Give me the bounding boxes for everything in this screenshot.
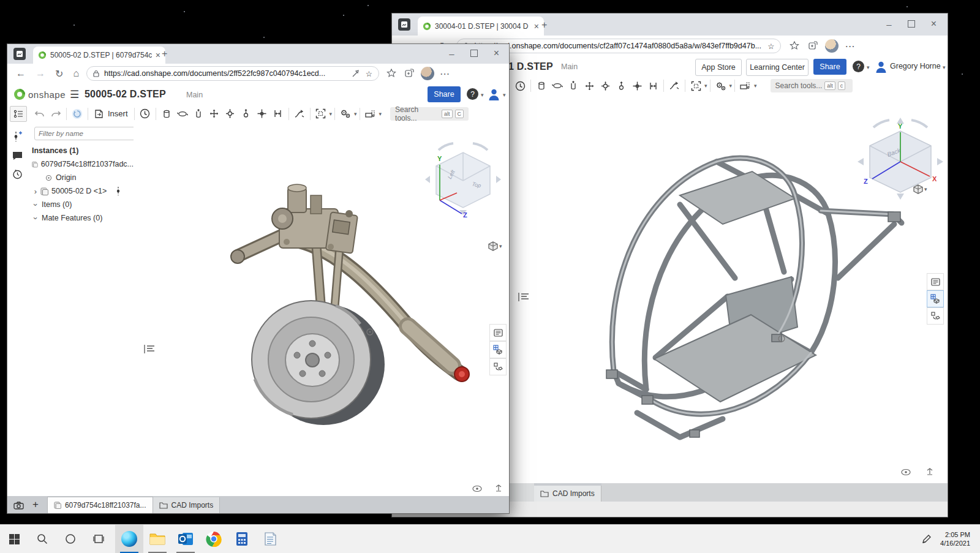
mate-relation-icon[interactable] (666, 78, 682, 93)
insert-icon[interactable] (91, 107, 107, 121)
view-cube[interactable]: Left Top Y Z (421, 139, 505, 219)
mate-slider-icon[interactable] (565, 78, 581, 93)
mate-cylindrical-icon[interactable] (159, 107, 175, 121)
refresh-icon[interactable]: ↻ (55, 68, 63, 80)
snapshot-caret-icon[interactable]: ▾ (704, 83, 707, 89)
filter-input[interactable] (34, 127, 138, 140)
gears-icon[interactable] (713, 78, 729, 93)
panel-flyout-handle[interactable] (143, 344, 156, 355)
mate-ball-icon[interactable] (222, 107, 238, 121)
help-caret-icon[interactable]: ▾ (867, 64, 870, 70)
history-icon[interactable] (137, 107, 153, 121)
maximize-button[interactable] (470, 50, 478, 57)
home-icon[interactable]: ⌂ (73, 68, 79, 79)
mate-fastened-icon[interactable] (254, 107, 270, 121)
tab-assembly[interactable]: 6079d754c18ff21037fa... (47, 497, 153, 513)
user-name[interactable]: Gregory Horne (890, 62, 941, 70)
outlook-icon[interactable] (172, 525, 200, 553)
tree-root-item[interactable]: 6079d754c18ff21037fadc... (27, 157, 134, 171)
browser-tab[interactable]: 50005-02 D.STEP | 6079d754c18 × (33, 47, 165, 64)
app-store-button[interactable]: App Store (695, 59, 742, 76)
tree-items-group[interactable]: › Items (0) (27, 198, 134, 211)
section-caret-icon[interactable]: ▾ (754, 83, 757, 89)
mate-ball-icon[interactable] (597, 78, 613, 93)
collections-icon[interactable] (808, 41, 818, 51)
units-indicator-icon[interactable] (925, 468, 934, 476)
comment-icon[interactable] (12, 151, 23, 160)
mate-planar-icon[interactable] (206, 107, 222, 121)
taskbar-clock[interactable]: 2:05 PM 4/16/2021 (935, 530, 975, 548)
feature-list-panel-icon[interactable] (927, 273, 944, 290)
bookmark-star-icon[interactable]: ☆ (366, 69, 372, 78)
calculator-icon[interactable] (228, 525, 256, 553)
start-button[interactable] (0, 525, 28, 553)
insert-label[interactable]: Insert (108, 109, 128, 118)
browser-workspaces-icon[interactable] (398, 18, 410, 31)
versions-history-icon[interactable] (12, 169, 23, 179)
address-field[interactable]: https://cad.onshape.com/documents/2ff522… (86, 66, 379, 81)
expand-chevron-icon[interactable]: › (32, 187, 39, 196)
user-avatar-icon[interactable] (488, 88, 500, 100)
new-tab-button[interactable]: + (162, 48, 167, 59)
browser-tab[interactable]: 30004-01 D.STEP | 30004 D × (418, 17, 544, 36)
view-cube-menu[interactable]: ▾ (913, 184, 927, 195)
history-icon[interactable] (512, 78, 528, 93)
mate-revolute-icon[interactable] (175, 107, 190, 121)
configurations-panel-icon[interactable] (927, 307, 944, 325)
browser-menu-icon[interactable]: ⋯ (845, 40, 854, 52)
graphics-area[interactable]: Left Top Y Z ▾ (134, 122, 509, 496)
maximize-button[interactable] (908, 20, 915, 28)
appearance-indicator-icon[interactable] (901, 468, 911, 476)
user-avatar-icon[interactable] (875, 60, 888, 73)
help-icon[interactable]: ? (853, 61, 864, 72)
mate-parallel-icon[interactable] (645, 78, 661, 93)
tab-cad-imports[interactable]: CAD Imports (153, 497, 221, 513)
tree-origin-item[interactable]: Origin (27, 171, 134, 184)
undo-icon[interactable] (32, 107, 48, 121)
bom-panel-icon[interactable] (489, 341, 507, 358)
tree-mate-features-group[interactable]: › Mate Features (0) (27, 211, 134, 225)
tree-subassembly-item[interactable]: › 50005-02 D <1> (27, 184, 134, 198)
edge-taskbar-icon[interactable] (115, 525, 143, 553)
task-view-icon[interactable] (85, 525, 113, 553)
mate-pin-slot-icon[interactable] (613, 78, 629, 93)
gears-caret-icon[interactable]: ▾ (729, 83, 733, 89)
share-button[interactable]: Share (813, 59, 846, 75)
search-icon[interactable] (28, 525, 56, 553)
snapshot-icon[interactable] (313, 107, 329, 121)
mate-relation-icon[interactable] (292, 107, 307, 121)
section-view-icon[interactable] (363, 107, 379, 121)
share-button[interactable]: Share (428, 86, 461, 102)
view-cube-menu[interactable]: ▾ (488, 241, 502, 252)
back-icon[interactable]: ← (16, 68, 26, 79)
bom-panel-icon[interactable] (927, 290, 944, 307)
collapse-chevron-icon[interactable]: › (31, 214, 40, 222)
pen-tray-icon[interactable] (922, 534, 932, 544)
minimize-button[interactable]: – (886, 19, 891, 29)
section-view-icon[interactable] (737, 78, 753, 93)
browser-menu-icon[interactable]: ⋯ (440, 68, 450, 80)
browser-profile-avatar[interactable] (825, 39, 839, 53)
mate-pin-slot-icon[interactable] (238, 107, 254, 121)
onshape-logo-icon[interactable] (13, 88, 26, 100)
snapshot-caret-icon[interactable]: ▾ (330, 111, 333, 117)
user-caret-icon[interactable]: ▾ (943, 64, 946, 70)
mate-cylindrical-icon[interactable] (533, 78, 549, 93)
learning-center-button[interactable]: Learning Center (746, 59, 809, 76)
user-caret-icon[interactable]: ▾ (503, 92, 506, 98)
tab-cad-imports[interactable]: CAD Imports (534, 486, 601, 502)
panel-flyout-handle[interactable] (518, 292, 530, 303)
mate-revolute-icon[interactable] (549, 78, 565, 93)
mate-connector-tool-icon[interactable] (12, 130, 22, 143)
mate-slider-icon[interactable] (190, 107, 206, 121)
gears-caret-icon[interactable]: ▾ (354, 111, 357, 117)
close-button[interactable]: × (931, 18, 937, 29)
mate-fastened-icon[interactable] (629, 78, 645, 93)
help-icon[interactable]: ? (467, 88, 478, 100)
view-cube[interactable]: Back Y Z X (853, 114, 948, 203)
screenshot-camera-icon[interactable] (13, 502, 24, 510)
section-caret-icon[interactable]: ▾ (379, 111, 382, 117)
appearance-indicator-icon[interactable] (472, 485, 482, 492)
browser-profile-avatar[interactable] (421, 67, 434, 80)
main-menu-icon[interactable]: ☰ (70, 88, 79, 101)
